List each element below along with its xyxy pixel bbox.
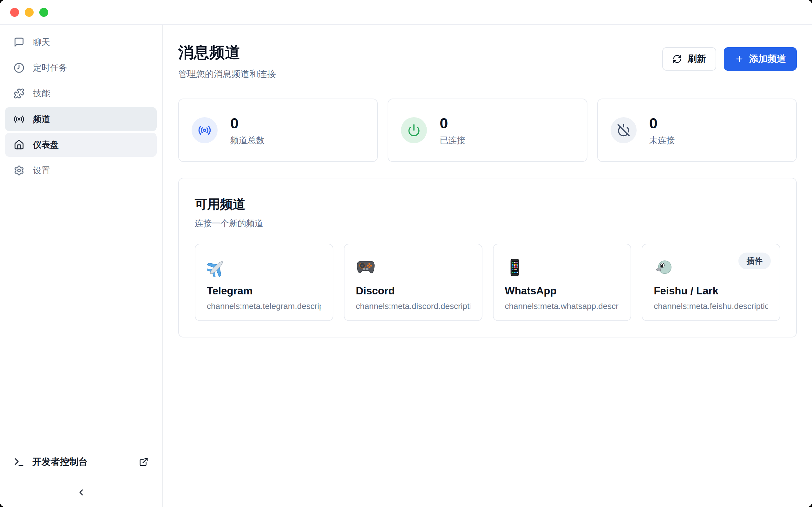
- stat-card-connected: 0 已连接: [388, 99, 587, 162]
- titlebar: [0, 0, 812, 25]
- channel-description: channels:meta.discord.descriptic: [356, 301, 470, 311]
- channel-grid: Telegram channels:meta.telegram.descript: [195, 244, 780, 321]
- bird-emoji: [654, 258, 673, 277]
- channel-description: channels:meta.telegram.descript: [207, 301, 321, 311]
- minimize-button[interactable]: [25, 8, 34, 17]
- page-subtitle: 管理您的消息频道和连接: [178, 68, 276, 80]
- channel-name: WhatsApp: [505, 285, 619, 297]
- sidebar-item-dashboard[interactable]: 仪表盘: [5, 133, 157, 157]
- refresh-icon: [672, 54, 682, 64]
- section-subtitle: 连接一个新的频道: [195, 218, 780, 229]
- channel-card-telegram[interactable]: Telegram channels:meta.telegram.descript: [195, 244, 334, 321]
- channel-description: channels:meta.whatsapp.descrip: [505, 301, 619, 311]
- sidebar-item-settings[interactable]: 设置: [5, 158, 157, 182]
- channel-card-feishu[interactable]: 插件 Feishu / Lark channels:meta.feishu.de…: [642, 244, 780, 321]
- add-channel-button-label: 添加频道: [749, 53, 786, 65]
- broadcast-icon: [14, 114, 24, 124]
- stat-value: 0: [649, 114, 675, 132]
- power-off-icon: [611, 117, 637, 143]
- stat-card-total-channels: 0 频道总数: [178, 99, 378, 162]
- page-header: 消息频道 管理您的消息频道和连接 刷新 添加频道: [178, 40, 797, 80]
- gamepad-emoji: [356, 258, 375, 277]
- channel-name: Feishu / Lark: [654, 285, 768, 297]
- channel-card-discord[interactable]: Discord channels:meta.discord.descriptic: [344, 244, 483, 321]
- sidebar-item-label: 设置: [33, 165, 50, 176]
- header-actions: 刷新 添加频道: [662, 47, 797, 71]
- sidebar-item-channels[interactable]: 频道: [5, 107, 157, 131]
- broadcast-icon: [192, 117, 217, 143]
- sidebar-item-label: 频道: [33, 113, 50, 125]
- available-channels-section: 可用频道 连接一个新的频道 Telegram channels:m: [178, 178, 797, 337]
- close-button[interactable]: [10, 8, 19, 17]
- stat-card-disconnected: 0 未连接: [597, 99, 797, 162]
- stat-label: 未连接: [649, 135, 675, 146]
- channel-name: Discord: [356, 285, 470, 297]
- refresh-button-label: 刷新: [688, 53, 706, 65]
- sidebar-item-chat[interactable]: 聊天: [5, 30, 157, 54]
- home-icon: [14, 139, 24, 150]
- main-content: 消息频道 管理您的消息频道和连接 刷新 添加频道: [163, 25, 812, 507]
- sidebar: 聊天 定时任务 技能 频道: [0, 25, 163, 507]
- stat-label: 已连接: [440, 135, 465, 146]
- app-window: 聊天 定时任务 技能 频道: [0, 0, 812, 507]
- section-title: 可用频道: [195, 195, 780, 213]
- dev-console-label: 开发者控制台: [32, 456, 88, 468]
- plus-icon: [734, 54, 744, 64]
- channel-card-whatsapp[interactable]: WhatsApp channels:meta.whatsapp.descrip: [493, 244, 631, 321]
- clock-icon: [14, 62, 24, 73]
- power-icon: [401, 117, 427, 143]
- sidebar-item-label: 定时任务: [33, 62, 67, 73]
- channel-description: channels:meta.feishu.description: [654, 301, 768, 311]
- chat-bubble-icon: [14, 37, 24, 48]
- gear-icon: [14, 165, 24, 176]
- sidebar-item-label: 仪表盘: [33, 139, 59, 151]
- sidebar-footer: 开发者控制台: [0, 452, 162, 507]
- mobile-phone-emoji: [505, 258, 525, 277]
- add-channel-button[interactable]: 添加频道: [724, 47, 797, 71]
- terminal-icon: [13, 456, 25, 468]
- plugin-badge: 插件: [739, 252, 771, 269]
- collapse-sidebar-button[interactable]: [0, 487, 162, 498]
- maximize-button[interactable]: [39, 8, 48, 17]
- page-title: 消息频道: [178, 42, 276, 63]
- airplane-emoji: [207, 258, 226, 277]
- sidebar-item-scheduled-tasks[interactable]: 定时任务: [5, 56, 157, 80]
- sidebar-item-skills[interactable]: 技能: [5, 81, 157, 106]
- stat-value: 0: [230, 114, 264, 132]
- stat-value: 0: [440, 114, 465, 132]
- chevron-left-icon: [76, 487, 86, 498]
- external-link-icon: [139, 457, 148, 467]
- stat-label: 频道总数: [230, 135, 264, 146]
- refresh-button[interactable]: 刷新: [662, 47, 716, 71]
- dev-console-link[interactable]: 开发者控制台: [0, 452, 162, 472]
- puzzle-icon: [14, 88, 24, 99]
- sidebar-item-label: 技能: [33, 88, 50, 99]
- sidebar-nav: 聊天 定时任务 技能 频道: [0, 25, 162, 184]
- stats-row: 0 频道总数 0 已连接: [178, 99, 797, 162]
- sidebar-item-label: 聊天: [33, 37, 50, 48]
- channel-name: Telegram: [207, 285, 321, 297]
